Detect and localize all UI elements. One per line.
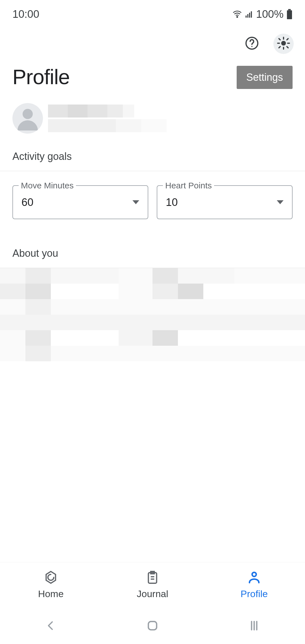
battery-icon [286,9,293,19]
svg-rect-6 [287,10,292,19]
profile-icon [247,570,261,586]
svg-rect-5 [288,9,291,10]
chevron-down-icon [277,200,284,204]
status-bar: 10:00 100% [0,0,305,25]
person-icon [12,103,43,134]
system-nav-bar [0,607,305,644]
system-back-button[interactable] [40,614,62,637]
about-you-title: About you [0,230,305,268]
nav-profile-label: Profile [241,588,268,599]
journal-icon [145,570,160,586]
redacted-name-block [48,105,167,132]
chevron-down-icon [132,200,139,204]
page-header: Profile Settings [0,56,305,100]
wifi-icon [232,9,242,19]
settings-button[interactable]: Settings [237,66,293,89]
svg-rect-16 [148,621,156,630]
about-you-redacted [0,268,305,361]
nav-home[interactable]: Home [0,562,102,607]
system-home-button[interactable] [141,614,164,637]
gear-icon [276,36,291,51]
heart-points-dropdown[interactable]: Heart Points 10 [157,185,293,219]
move-minutes-label: Move Minutes [19,181,76,190]
help-icon [245,36,259,51]
profile-identity[interactable] [0,100,305,145]
svg-point-8 [251,46,252,47]
svg-rect-4 [251,11,252,18]
page-title: Profile [12,65,70,89]
bottom-nav: Home Journal Profile [0,562,305,607]
svg-rect-3 [249,13,250,18]
nav-home-label: Home [38,588,64,599]
home-icon [44,570,58,586]
svg-rect-1 [245,16,247,18]
nav-profile[interactable]: Profile [203,562,305,607]
settings-icon-button[interactable] [273,34,294,54]
svg-point-9 [282,42,286,45]
system-recents-button[interactable] [243,614,265,637]
svg-point-0 [237,16,238,17]
nav-journal-label: Journal [137,588,168,599]
svg-point-10 [23,109,33,119]
activity-goals-title: Activity goals [0,145,305,171]
heart-points-value: 10 [166,196,178,208]
signal-icon [245,10,253,18]
top-action-row [0,25,305,56]
avatar [12,103,43,134]
nav-journal[interactable]: Journal [102,562,203,607]
move-minutes-dropdown[interactable]: Move Minutes 60 [12,185,148,219]
move-minutes-value: 60 [21,196,33,208]
status-indicators: 100% [232,8,293,20]
svg-rect-2 [247,14,249,18]
activity-goals-row: Move Minutes 60 Heart Points 10 [0,171,305,230]
heart-points-label: Heart Points [163,181,214,190]
status-time: 10:00 [12,8,39,20]
svg-point-15 [252,572,256,576]
battery-percent: 100% [256,8,284,20]
help-button[interactable] [242,34,262,54]
